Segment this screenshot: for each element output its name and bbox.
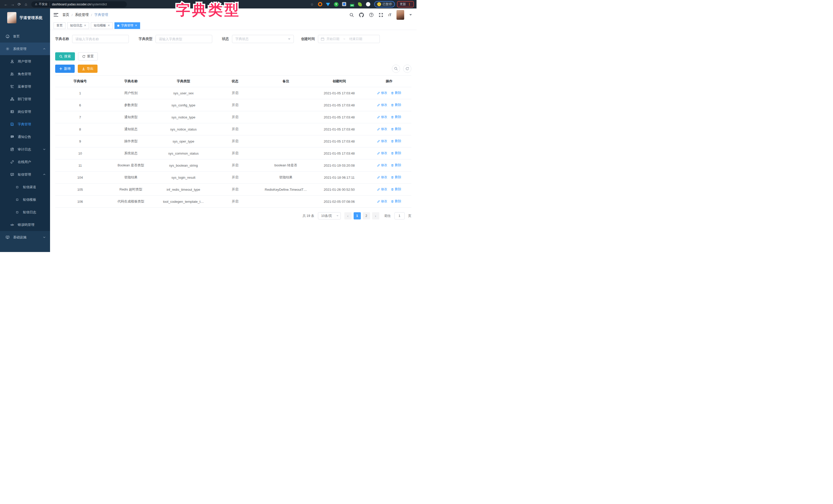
- search-button[interactable]: 搜索: [55, 52, 75, 60]
- sidebar-item-depts[interactable]: 部门管理: [0, 93, 50, 105]
- cell-dict-type-link[interactable]: sys_common_status: [157, 147, 210, 159]
- page-button-2[interactable]: 2: [363, 212, 370, 220]
- reset-button[interactable]: 重置: [78, 52, 98, 60]
- tag-tab-首页[interactable]: 首页: [54, 22, 66, 29]
- table-search-button[interactable]: [392, 65, 400, 73]
- cell-dict-type-link[interactable]: inf_redis_timeout_type: [157, 183, 210, 196]
- dict-name-input[interactable]: [72, 35, 129, 43]
- status-label: 状态: [222, 37, 229, 41]
- edit-link[interactable]: 修改: [377, 103, 387, 107]
- sidebar-item-audit-log[interactable]: 审计日志: [0, 143, 50, 156]
- bookmark-star-icon[interactable]: ☆: [310, 2, 314, 6]
- delete-link[interactable]: 删除: [391, 127, 401, 131]
- sidebar-item-online-users[interactable]: 在线用户: [0, 156, 50, 168]
- export-button[interactable]: 导出: [78, 65, 97, 73]
- browser-reload-icon[interactable]: ⟳: [16, 2, 23, 7]
- hamburger-icon[interactable]: [54, 13, 58, 17]
- close-icon[interactable]: ✕: [108, 24, 110, 27]
- help-icon[interactable]: [369, 12, 374, 17]
- tag-tab-短信日志[interactable]: 短信日志✕: [67, 22, 89, 29]
- delete-link[interactable]: 删除: [391, 163, 401, 168]
- browser-back-icon[interactable]: ←: [3, 2, 9, 6]
- sidebar-item-roles[interactable]: 角色管理: [0, 68, 50, 80]
- sidebar-item-users[interactable]: 用户管理: [0, 55, 50, 68]
- sidebar-item-sms-template[interactable]: 短信模板: [0, 193, 50, 206]
- delete-link[interactable]: 删除: [391, 115, 401, 119]
- status-select[interactable]: 字典状态: [232, 35, 294, 43]
- edit-link[interactable]: 修改: [377, 151, 387, 155]
- delete-link[interactable]: 删除: [391, 187, 401, 192]
- sidebar-item-infra[interactable]: 基础设施: [0, 231, 50, 244]
- dict-type-input[interactable]: [156, 35, 212, 43]
- cell-dict-type-link[interactable]: sys_config_type: [157, 99, 210, 111]
- header-search-icon[interactable]: [350, 13, 354, 17]
- user-avatar[interactable]: [397, 10, 404, 20]
- edit-link[interactable]: 修改: [377, 127, 387, 131]
- cell-dict-type-link[interactable]: sys_login_result: [157, 172, 210, 183]
- edit-link[interactable]: 修改: [377, 175, 387, 179]
- delete-link[interactable]: 删除: [391, 199, 401, 204]
- edit-link[interactable]: 修改: [377, 115, 387, 119]
- delete-link[interactable]: 删除: [391, 151, 401, 155]
- date-range-picker[interactable]: 开始日期 ~ 结束日期: [318, 35, 380, 43]
- edit-link[interactable]: 修改: [377, 91, 387, 95]
- sidebar-item-home[interactable]: 首页: [0, 30, 50, 43]
- sidebar-item-sms[interactable]: 短信管理: [0, 168, 50, 181]
- extension-orange-icon[interactable]: [318, 2, 322, 6]
- sidebar-item-notice[interactable]: 通知公告: [0, 130, 50, 143]
- extension-gem-icon[interactable]: [326, 2, 330, 6]
- extension-leaf-icon[interactable]: [358, 2, 362, 6]
- extension-on-icon[interactable]: on: [350, 2, 354, 6]
- edit-link[interactable]: 修改: [377, 163, 387, 168]
- browser-home-icon[interactable]: ⌂: [23, 2, 29, 6]
- sidebar-item-posts[interactable]: 岗位管理: [0, 105, 50, 118]
- edit-link[interactable]: 修改: [377, 139, 387, 143]
- next-page-button[interactable]: ›: [372, 212, 379, 220]
- cell-dict-name: Boolean 是否类型: [105, 159, 157, 172]
- delete-link[interactable]: 删除: [391, 175, 401, 179]
- security-label[interactable]: 不安全: [39, 2, 50, 6]
- cell-dict-type-link[interactable]: sys_user_sex: [157, 87, 210, 99]
- sidebar-item-dict[interactable]: 字典管理: [0, 118, 50, 130]
- sidebar-item-error-code[interactable]: </>错误码管理: [0, 219, 50, 231]
- extension-paw-icon[interactable]: [366, 2, 370, 6]
- sidebar-item-sms-log[interactable]: 短信日志: [0, 206, 50, 219]
- goto-page-input[interactable]: [395, 212, 405, 220]
- sidebar-item-system[interactable]: 系统管理: [0, 43, 50, 55]
- tag-tab-短信模板[interactable]: 短信模板✕: [91, 22, 113, 29]
- page-size-select[interactable]: 10条/页: [318, 212, 341, 220]
- add-button[interactable]: 新增: [55, 65, 75, 73]
- browser-menu-dots-icon[interactable]: ⋮: [408, 2, 411, 6]
- font-size-icon[interactable]: tT: [388, 13, 391, 17]
- page-button-1[interactable]: 1: [354, 212, 361, 220]
- table-refresh-button[interactable]: [403, 65, 411, 73]
- avatar-caret-icon[interactable]: [409, 14, 412, 16]
- browser-update-button[interactable]: 更新 ⋮: [397, 1, 414, 7]
- tag-tab-字典管理[interactable]: 字典管理✕: [115, 22, 140, 29]
- delete-link[interactable]: 删除: [391, 139, 401, 143]
- breadcrumb-home[interactable]: 首页: [62, 12, 69, 17]
- fullscreen-icon[interactable]: [379, 13, 383, 17]
- sidebar-item-menus[interactable]: 菜单管理: [0, 80, 50, 93]
- browser-forward-icon[interactable]: →: [9, 2, 16, 6]
- delete-link[interactable]: 删除: [391, 103, 401, 107]
- sidebar-item-sms-channel[interactable]: 短信渠道: [0, 181, 50, 193]
- github-icon[interactable]: [359, 12, 364, 18]
- close-icon[interactable]: ✕: [84, 24, 86, 27]
- extension-puzzle-icon[interactable]: [342, 2, 347, 6]
- cell-dict-type-link[interactable]: sys_boolean_string: [157, 159, 210, 172]
- delete-link[interactable]: 删除: [391, 91, 401, 95]
- extension-paused-pill[interactable]: 已暂停: [374, 1, 395, 7]
- cell-dict-type-link[interactable]: sys_notice_type: [157, 111, 210, 123]
- breadcrumb-system[interactable]: 系统管理: [75, 12, 89, 17]
- extension-green-icon[interactable]: V: [334, 2, 338, 7]
- edit-link[interactable]: 修改: [377, 187, 387, 192]
- cell-dict-type-link[interactable]: tool_codegen_template_t…: [157, 196, 210, 208]
- edit-link[interactable]: 修改: [377, 199, 387, 204]
- prev-page-button[interactable]: ‹: [344, 212, 352, 220]
- cell-dict-type-link[interactable]: sys_notice_status: [157, 123, 210, 135]
- cell-dict-type-link[interactable]: sys_oper_type: [157, 135, 210, 147]
- address-bar[interactable]: ⚠ 不安全 dashboard.yudao.iocoder.cn/system/…: [31, 1, 127, 7]
- close-icon[interactable]: ✕: [135, 24, 137, 27]
- app-logo[interactable]: 芋道管理系统: [0, 8, 50, 23]
